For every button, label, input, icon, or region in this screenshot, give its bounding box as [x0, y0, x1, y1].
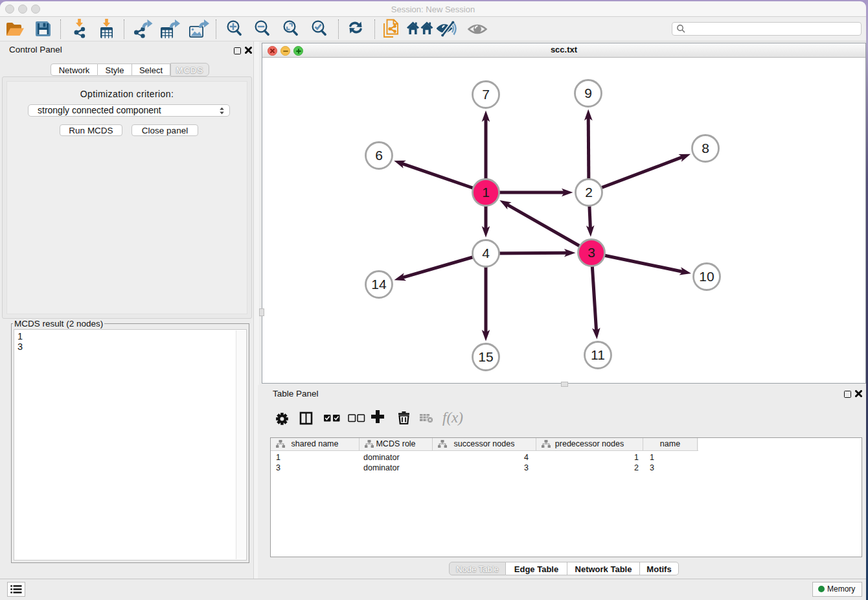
svg-text:15: 15 — [478, 349, 493, 364]
svg-text:8: 8 — [702, 141, 709, 156]
svg-text:10: 10 — [699, 269, 714, 284]
svg-text:11: 11 — [591, 347, 605, 362]
svg-text:1: 1 — [482, 185, 490, 200]
svg-text:6: 6 — [375, 148, 383, 163]
svg-text:9: 9 — [584, 86, 592, 100]
svg-text:7: 7 — [482, 87, 490, 102]
svg-text:2: 2 — [585, 185, 593, 200]
svg-text:4: 4 — [482, 246, 490, 260]
svg-text:14: 14 — [371, 277, 387, 292]
svg-text:3: 3 — [588, 245, 595, 260]
svg-text:f(x): f(x) — [442, 410, 463, 426]
